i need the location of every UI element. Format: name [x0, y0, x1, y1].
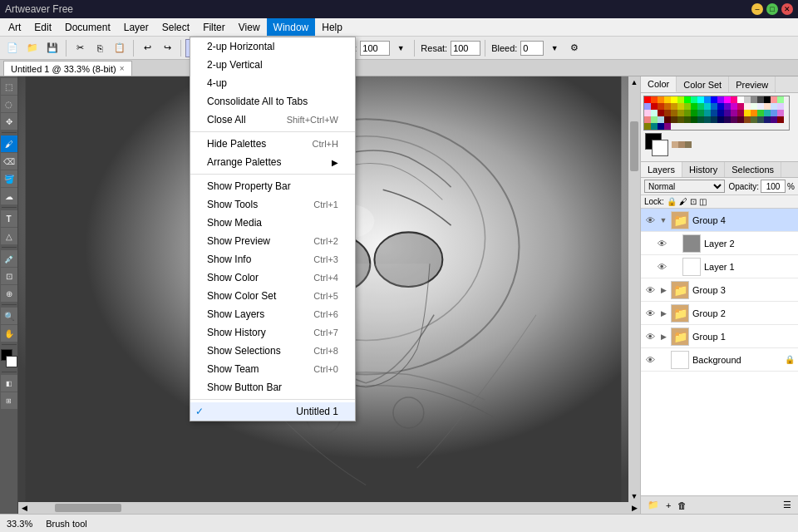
color-swatch[interactable] — [724, 110, 731, 116]
color-swatch[interactable] — [771, 96, 777, 103]
minimize-button[interactable]: – — [751, 3, 763, 15]
color-swatch[interactable] — [717, 103, 724, 110]
color-swatch[interactable] — [697, 96, 704, 103]
color-swatch[interactable] — [644, 123, 651, 130]
color-swatch[interactable] — [724, 103, 731, 110]
tb-open[interactable]: 📁 — [23, 39, 42, 57]
color-swatch[interactable] — [737, 116, 744, 123]
bg-color-swatch[interactable] — [652, 140, 668, 156]
tb-new[interactable]: 📄 — [3, 39, 22, 57]
color-swatch[interactable] — [711, 96, 717, 103]
canvas-hscroll[interactable]: ◀ ▶ — [18, 502, 640, 514]
maximize-button[interactable]: □ — [766, 3, 778, 15]
tb-settings[interactable]: ⚙ — [565, 39, 584, 57]
color-swatch[interactable] — [651, 110, 658, 116]
bleed-arrow[interactable]: ▼ — [545, 39, 564, 57]
dd-item-show-colorset[interactable]: Show Color Set Ctrl+5 — [190, 287, 355, 305]
color-swatch[interactable] — [658, 103, 664, 110]
color-swatch[interactable] — [664, 103, 671, 110]
color-swatch[interactable] — [678, 141, 685, 148]
color-swatch[interactable] — [771, 103, 777, 110]
color-swatch[interactable] — [691, 110, 697, 116]
color-swatch[interactable] — [677, 103, 684, 110]
color-swatch[interactable] — [737, 96, 744, 103]
vscroll-down[interactable]: ▼ — [628, 490, 640, 502]
color-swatch[interactable] — [691, 96, 697, 103]
dd-item-show-button-bar[interactable]: Show Button Bar — [190, 378, 355, 397]
color-swatch[interactable] — [644, 103, 651, 110]
grain-arrow[interactable]: ▼ — [392, 39, 410, 57]
color-swatch[interactable] — [731, 116, 737, 123]
dd-item-untitled1[interactable]: ✓ Untitled 1 — [190, 402, 355, 421]
menu-art[interactable]: Art — [2, 18, 27, 36]
dd-item-show-info[interactable]: Show Info Ctrl+3 — [190, 250, 355, 268]
color-swatch[interactable] — [744, 103, 751, 110]
hscroll-right[interactable]: ▶ — [628, 502, 640, 514]
color-swatch[interactable] — [651, 116, 658, 123]
menu-edit[interactable]: Edit — [27, 18, 58, 36]
dd-item-show-preview[interactable]: Show Preview Ctrl+2 — [190, 232, 355, 250]
lock-transparency-btn[interactable]: ◫ — [699, 197, 707, 206]
doc-tab-close[interactable]: × — [120, 64, 125, 73]
tool-eyedropper[interactable]: 💉 — [1, 250, 17, 267]
color-swatch[interactable] — [658, 110, 664, 116]
color-swatch[interactable] — [651, 103, 658, 110]
layer-vis-group1[interactable]: 👁 — [644, 331, 656, 342]
color-swatch[interactable] — [764, 103, 771, 110]
layer-item-group3[interactable]: 👁 ▶ 📁 Group 3 — [641, 278, 798, 302]
layer-vis-group2[interactable]: 👁 — [644, 308, 656, 319]
layer-vis-background[interactable]: 👁 — [644, 354, 656, 366]
resat-input[interactable] — [451, 41, 480, 56]
color-swatch[interactable] — [691, 103, 697, 110]
color-swatch[interactable] — [644, 96, 651, 103]
color-swatch[interactable] — [697, 116, 704, 123]
tab-preview[interactable]: Preview — [729, 76, 776, 92]
background-color[interactable] — [6, 356, 17, 367]
tab-history[interactable]: History — [682, 162, 725, 177]
color-swatch[interactable] — [737, 103, 744, 110]
hscroll-left[interactable]: ◀ — [18, 502, 30, 514]
color-swatch[interactable] — [671, 110, 677, 116]
color-swatch[interactable] — [744, 116, 751, 123]
menu-document[interactable]: Document — [58, 18, 117, 36]
vscroll-up[interactable]: ▲ — [628, 76, 640, 88]
color-swatch[interactable] — [658, 116, 664, 123]
tab-colorset[interactable]: Color Set — [677, 76, 729, 92]
tb-copy[interactable]: ⎘ — [91, 39, 109, 57]
tool-extra1[interactable]: ◧ — [1, 375, 17, 392]
color-swatch[interactable] — [764, 116, 771, 123]
color-swatch[interactable] — [777, 116, 784, 123]
color-swatch[interactable] — [704, 96, 711, 103]
layer-vis-group3[interactable]: 👁 — [644, 284, 656, 296]
tool-brush[interactable]: 🖌 — [1, 135, 17, 152]
layer-item-background[interactable]: 👁 Background 🔒 — [641, 348, 798, 372]
color-swatch[interactable] — [658, 96, 664, 103]
tb-cut[interactable]: ✂ — [71, 39, 89, 57]
color-swatch[interactable] — [751, 116, 757, 123]
color-swatch[interactable] — [685, 141, 692, 148]
tab-layers[interactable]: Layers — [641, 162, 682, 177]
dd-item-show-property-bar[interactable]: Show Property Bar — [190, 177, 355, 195]
tool-hand[interactable]: ✋ — [1, 325, 17, 342]
color-swatch[interactable] — [724, 96, 731, 103]
layer-vis-layer1[interactable]: 👁 — [656, 261, 667, 273]
color-swatch[interactable] — [764, 96, 771, 103]
color-swatch[interactable] — [731, 96, 737, 103]
color-swatch[interactable] — [757, 116, 764, 123]
tool-eraser[interactable]: ⌫ — [1, 153, 17, 170]
color-swatch[interactable] — [691, 116, 697, 123]
color-swatch[interactable] — [764, 110, 771, 116]
layer-item-group1[interactable]: 👁 ▶ 📁 Group 1 — [641, 325, 798, 348]
tool-move[interactable]: ✥ — [1, 113, 17, 130]
layer-expand-group1[interactable]: ▶ — [659, 332, 667, 341]
layer-item-group2[interactable]: 👁 ▶ 📁 Group 2 — [641, 302, 798, 325]
layer-menu-btn[interactable]: ☰ — [780, 499, 795, 511]
color-swatch[interactable] — [751, 96, 757, 103]
color-swatch[interactable] — [664, 116, 671, 123]
menu-help[interactable]: Help — [315, 18, 349, 36]
tool-extra2[interactable]: ⊞ — [1, 392, 17, 409]
color-swatch[interactable] — [757, 110, 764, 116]
dd-item-consolidate[interactable]: Consolidate All to Tabs — [190, 92, 355, 111]
color-swatch[interactable] — [777, 110, 784, 116]
color-swatch[interactable] — [677, 110, 684, 116]
